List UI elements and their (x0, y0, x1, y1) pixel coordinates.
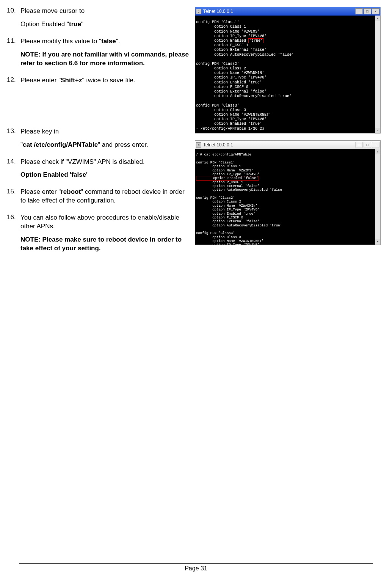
step-15: 15. Please enter "reboot" command to reb… (7, 188, 189, 210)
step-text: Please enter "reboot" command to reboot … (20, 188, 189, 205)
step-number: 16. (7, 214, 20, 258)
step-14: 14. Please check if "VZWIMS" APN is disa… (7, 158, 189, 184)
step-number: 12. (7, 76, 20, 90)
step-number: 13. (7, 127, 20, 154)
step-11: 11. Please modify this value to "false".… (7, 37, 189, 72)
scroll-down-icon[interactable]: ▾ (375, 128, 380, 133)
app-icon: c (196, 142, 201, 148)
step-number: 10. (7, 7, 20, 33)
step-text: Please enter "Shift+z" twice to save fil… (20, 76, 189, 85)
page-footer: Page 31 (19, 563, 373, 572)
step-10: 10. Please move cursor to Option Enabled… (7, 7, 189, 33)
step-number: 14. (7, 158, 20, 184)
terminal-output: / # cat etc/config/APNTable config PDN '… (195, 149, 380, 264)
close-button[interactable]: × (372, 8, 379, 14)
step-number: 15. (7, 188, 20, 210)
highlighted-value: option Enabled 'false' (196, 176, 259, 181)
step-number: 11. (7, 37, 20, 72)
telnet-window-1: c Telnet 10.0.0.1 _ □ × config PDN 'Clas… (195, 7, 381, 133)
terminal-output: config PDN 'Class1' option Class 1 optio… (195, 16, 380, 142)
scrollbar[interactable]: ▴ ▾ (375, 149, 380, 245)
screenshots-column: c Telnet 10.0.0.1 _ □ × config PDN 'Clas… (195, 7, 381, 261)
step-text: Please move cursor to (20, 7, 189, 16)
instructions-column: 10. Please move cursor to Option Enabled… (7, 7, 189, 261)
scroll-up-icon[interactable]: ▴ (375, 16, 380, 21)
maximize-button[interactable]: □ (364, 142, 371, 148)
minimize-button[interactable]: _ (355, 8, 363, 14)
step-text: Option Enabled "true" (20, 20, 189, 29)
step-text: Please key in (20, 127, 189, 136)
app-icon: c (196, 9, 201, 14)
highlighted-value: 'true' (248, 38, 263, 43)
window-title: Telnet 10.0.0.1 (203, 9, 355, 14)
step-note: NOTE: If you are not familiar with vi co… (20, 50, 189, 68)
minimize-button[interactable]: — (355, 142, 363, 148)
titlebar: c Telnet 10.0.0.1 _ □ × (195, 7, 380, 16)
step-16: 16. You can also follow above procedures… (7, 214, 189, 258)
scroll-up-icon[interactable]: ▴ (375, 149, 380, 154)
step-text: Please check if "VZWIMS" APN is disabled… (20, 158, 189, 166)
step-text: Please modify this value to "false". (20, 37, 189, 46)
step-text: You can also follow above procedures to … (20, 214, 189, 231)
step-12: 12. Please enter "Shift+z" twice to save… (7, 76, 189, 90)
window-title: Telnet 10.0.0.1 (203, 142, 355, 148)
telnet-window-2: c Telnet 10.0.0.1 — □ × / # cat etc/conf… (195, 140, 381, 245)
page-number: Page 31 (185, 565, 207, 572)
titlebar: c Telnet 10.0.0.1 — □ × (195, 141, 380, 149)
step-text: Option Enabled 'false' (20, 171, 189, 179)
step-note: NOTE: Please make sure to reboot device … (20, 236, 189, 253)
scrollbar[interactable]: ▴ ▾ (375, 16, 380, 133)
step-text: "cat /etc/config/APNTable" and press ent… (20, 141, 189, 149)
step-13: 13. Please key in "cat /etc/config/APNTa… (7, 127, 189, 154)
close-button[interactable]: × (372, 142, 379, 148)
scroll-down-icon[interactable]: ▾ (375, 239, 380, 245)
maximize-button[interactable]: □ (364, 8, 371, 14)
